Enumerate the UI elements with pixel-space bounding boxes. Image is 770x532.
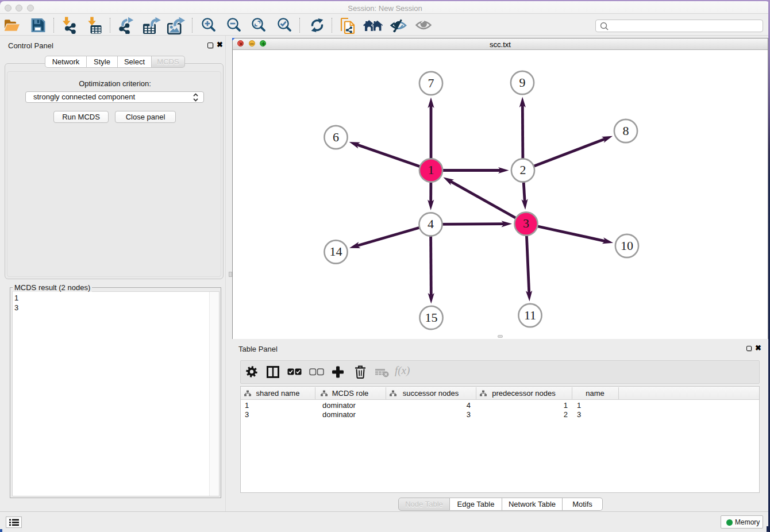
- svg-text:3: 3: [523, 216, 529, 230]
- svg-text:14: 14: [330, 244, 342, 259]
- svg-text:7: 7: [428, 76, 434, 90]
- svg-text:6: 6: [333, 130, 339, 144]
- svg-text:9: 9: [519, 75, 526, 90]
- svg-text:10: 10: [621, 238, 633, 253]
- svg-text:4: 4: [428, 217, 434, 231]
- svg-text:1: 1: [428, 163, 434, 177]
- svg-text:8: 8: [623, 124, 629, 138]
- svg-text:15: 15: [425, 310, 438, 325]
- svg-text:2: 2: [520, 163, 526, 177]
- svg-text:11: 11: [524, 308, 536, 322]
